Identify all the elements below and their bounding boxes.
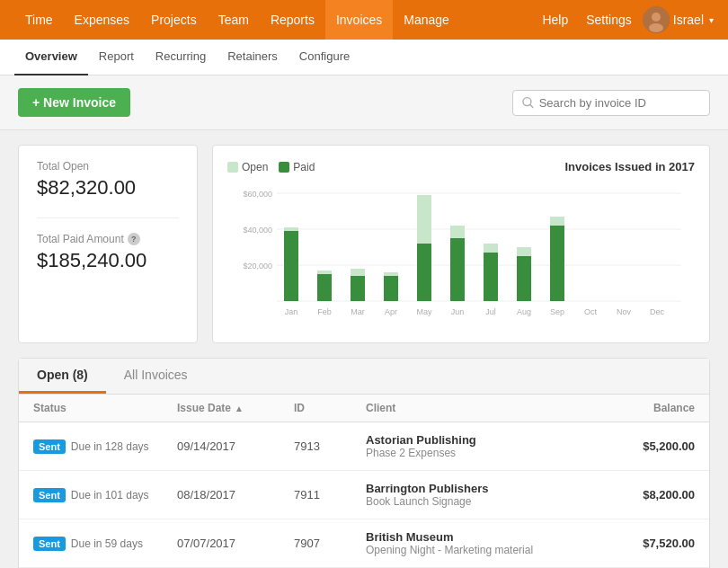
sent-badge: Sent: [33, 439, 66, 454]
due-text: Due in 101 days: [71, 489, 149, 501]
subnav-tab-overview[interactable]: Overview: [14, 40, 88, 75]
new-invoice-button[interactable]: + New Invoice: [18, 88, 130, 117]
nav-item-projects[interactable]: Projects: [140, 0, 208, 40]
sub-nav: Overview Report Recurring Retainers Conf…: [0, 40, 728, 75]
col-client: Client: [366, 402, 605, 414]
total-open-value: $82,320.00: [37, 176, 179, 200]
client-info: British Museum Opening Night - Marketing…: [366, 530, 605, 556]
svg-text:Sep: Sep: [550, 307, 564, 316]
status-cell: Sent Due in 59 days: [33, 537, 177, 551]
bar-mar-paid: [351, 276, 365, 301]
svg-text:Dec: Dec: [650, 307, 665, 316]
legend-open: Open: [227, 161, 268, 173]
tab-all-invoices[interactable]: All Invoices: [106, 359, 206, 394]
client-name: Barrington Publishers: [366, 482, 605, 495]
bar-chart-svg: $60,000 $40,000 $20,000 Jan: [227, 184, 695, 328]
table-row[interactable]: Sent Due in 128 days 09/14/2017 7913 Ast…: [19, 422, 709, 471]
col-issue-date[interactable]: Issue Date ▲: [177, 402, 294, 414]
search-icon: [522, 96, 534, 109]
user-name[interactable]: Israel: [673, 13, 704, 27]
invoice-id: 7911: [294, 488, 366, 501]
issue-date: 07/07/2017: [177, 537, 294, 550]
client-desc: Opening Night - Marketing material: [366, 544, 605, 556]
user-caret-icon[interactable]: ▾: [709, 15, 714, 25]
invoice-id: 7907: [294, 537, 366, 550]
svg-text:Oct: Oct: [584, 307, 598, 316]
total-paid-block: Total Paid Amount ? $185,240.00: [37, 233, 179, 272]
avatar[interactable]: [643, 6, 670, 33]
svg-text:Feb: Feb: [317, 307, 332, 316]
bar-feb-paid: [317, 274, 332, 301]
due-text: Due in 59 days: [71, 537, 143, 550]
bar-sep-paid: [550, 226, 564, 301]
svg-point-2: [649, 23, 663, 32]
sent-badge: Sent: [33, 537, 66, 551]
nav-item-reports[interactable]: Reports: [260, 0, 325, 40]
tab-table-wrapper: Open (8) All Invoices Status Issue Date …: [18, 358, 710, 568]
client-info: Astorian Publishing Phase 2 Expenses: [366, 433, 605, 459]
sent-badge: Sent: [33, 488, 66, 502]
table-row[interactable]: Sent Due in 59 days 07/07/2017 7907 Brit…: [19, 519, 709, 568]
subnav-tab-configure[interactable]: Configure: [289, 40, 360, 75]
svg-text:Jul: Jul: [485, 307, 496, 316]
help-link[interactable]: Help: [535, 13, 575, 27]
svg-text:$60,000: $60,000: [243, 190, 272, 199]
top-nav: Time Expenses Projects Team Reports Invo…: [0, 0, 728, 40]
svg-point-1: [652, 13, 661, 22]
search-input[interactable]: [539, 96, 700, 110]
balance: $8,200.00: [605, 488, 695, 501]
bar-jul-open: [484, 244, 498, 253]
bar-jun-open: [450, 226, 465, 238]
toolbar: + New Invoice: [0, 75, 728, 130]
settings-link[interactable]: Settings: [579, 13, 639, 27]
invoice-id: 7913: [294, 439, 366, 453]
due-text: Due in 128 days: [71, 440, 149, 453]
chart-panel: Open Paid Invoices Issued in 2017: [212, 145, 710, 343]
svg-text:$20,000: $20,000: [243, 262, 272, 271]
nav-item-expenses[interactable]: Expenses: [64, 0, 140, 40]
page-wrapper: Time Expenses Projects Team Reports Invo…: [0, 0, 728, 568]
chart-legend: Open Paid: [227, 161, 315, 173]
nav-item-manage[interactable]: Manage: [393, 0, 460, 40]
bar-may-open: [417, 195, 431, 244]
bar-mar-open: [351, 269, 365, 276]
status-cell: Sent Due in 101 days: [33, 488, 177, 502]
svg-text:Jan: Jan: [285, 307, 298, 316]
table-header: Status Issue Date ▲ ID Client Balance: [19, 395, 709, 422]
status-cell: Sent Due in 128 days: [33, 439, 177, 454]
svg-text:$40,000: $40,000: [243, 226, 272, 235]
client-name: British Museum: [366, 530, 605, 544]
col-id: ID: [294, 402, 366, 414]
client-name: Astorian Publishing: [366, 433, 605, 447]
client-desc: Book Launch Signage: [366, 495, 605, 508]
client-desc: Phase 2 Expenses: [366, 447, 605, 459]
stats-chart-row: Total Open $82,320.00 Total Paid Amount …: [18, 145, 710, 343]
legend-open-dot: [227, 162, 238, 173]
nav-item-invoices[interactable]: Invoices: [325, 0, 393, 40]
bar-jan-open: [284, 227, 298, 231]
help-icon[interactable]: ?: [128, 233, 140, 245]
legend-paid-dot: [279, 162, 289, 173]
chart-header: Open Paid Invoices Issued in 2017: [227, 160, 695, 173]
subnav-tab-recurring[interactable]: Recurring: [145, 40, 217, 75]
bar-sep-open: [550, 217, 564, 226]
subnav-tab-retainers[interactable]: Retainers: [217, 40, 289, 75]
balance: $5,200.00: [605, 439, 695, 453]
legend-paid-label: Paid: [293, 161, 315, 173]
table-row[interactable]: Sent Due in 101 days 08/18/2017 7911 Bar…: [19, 471, 709, 519]
svg-line-4: [530, 105, 533, 108]
issue-date: 08/18/2017: [177, 488, 294, 501]
issue-date: 09/14/2017: [177, 439, 294, 453]
bar-feb-open: [317, 271, 332, 274]
subnav-tab-report[interactable]: Report: [88, 40, 145, 75]
total-paid-value: $185,240.00: [37, 249, 179, 272]
bar-apr-open: [384, 272, 398, 276]
bar-may-paid: [417, 244, 431, 301]
sort-arrow-icon: ▲: [235, 404, 244, 413]
bar-aug-open: [517, 247, 531, 256]
tab-open[interactable]: Open (8): [19, 359, 106, 394]
legend-open-label: Open: [242, 161, 268, 173]
stats-panel: Total Open $82,320.00 Total Paid Amount …: [18, 145, 198, 343]
nav-item-time[interactable]: Time: [14, 0, 64, 40]
nav-item-team[interactable]: Team: [208, 0, 260, 40]
